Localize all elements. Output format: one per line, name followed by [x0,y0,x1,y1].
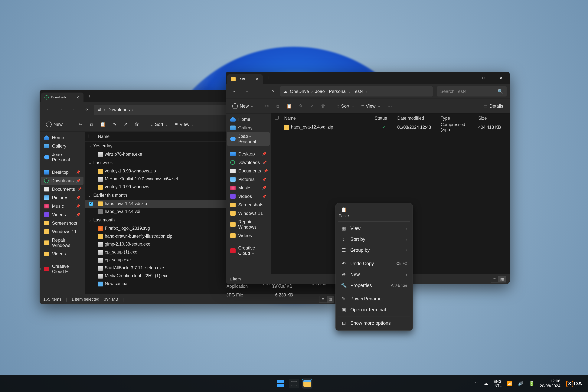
header-name[interactable]: Name [282,116,372,121]
ctx-view[interactable]: ▦View› [338,223,411,234]
breadcrumb-downloads[interactable]: Downloads [108,107,130,112]
breadcrumb-onedrive[interactable]: OneDrive [290,89,309,94]
sidebar-windows11[interactable]: Windows 11 [227,209,270,218]
new-button[interactable]: +New⌄ [229,102,256,111]
close-button[interactable]: ✕ [492,72,510,84]
ctx-show-more[interactable]: ⊡Show more options [338,318,411,328]
tab-close-button[interactable]: × [256,76,258,82]
sidebar-screenshots[interactable]: Screenshots [227,201,270,209]
delete-button[interactable]: 🗑 [318,102,328,111]
header-size[interactable]: Size [476,116,508,121]
ctx-group-by[interactable]: ☰Group by› [338,244,411,256]
sidebar-videos[interactable]: Videos📌 [41,210,84,219]
sidebar-gallery[interactable]: Gallery [227,124,270,132]
tray-battery-icon[interactable]: 🔋 [529,381,534,386]
tray-language[interactable]: ENGINTL [494,379,502,388]
up-button[interactable]: ↑ [68,104,80,115]
select-all-checkbox[interactable] [275,116,278,120]
details-pane-button[interactable]: ▭ Details [480,102,506,111]
tray-clock[interactable]: 12:0620/08/2024 [540,378,560,388]
back-button[interactable]: ← [42,104,54,115]
view-button[interactable]: ≡ View ⌄ [358,102,383,111]
header-date[interactable]: Date modified [395,116,438,121]
sort-button[interactable]: ↕ Sort ⌄ [148,120,171,129]
share-button[interactable]: ↗ [307,102,317,111]
sidebar-creative-cloud[interactable]: ›Creative Cloud F [41,262,84,276]
minimize-button[interactable]: — [458,72,475,84]
refresh-button[interactable]: ⟳ [81,104,92,115]
tray-volume-icon[interactable]: 🔊 [518,381,524,386]
ctx-undo-copy[interactable]: ↶Undo CopyCtrl+Z [338,258,411,269]
search-box[interactable]: Search Test4 🔍 [437,86,506,96]
sidebar-documents[interactable]: Documents📌 [41,185,84,193]
rename-button[interactable]: ✎ [110,120,120,129]
sidebar-home[interactable]: Home [227,115,270,124]
sidebar-documents[interactable]: Documents📌 [227,167,270,175]
copy-button[interactable]: ⧉ [273,102,282,111]
sidebar-pictures[interactable]: Pictures📌 [41,194,84,202]
cut-button[interactable]: ✂ [262,102,272,111]
sidebar-pictures[interactable]: Pictures📌 [227,175,270,184]
ctx-sort-by[interactable]: ↕Sort by› [338,234,411,244]
tab-close-button[interactable]: × [76,95,79,100]
sidebar-videos[interactable]: Videos📌 [227,192,270,200]
sidebar-gallery[interactable]: Gallery [41,142,84,150]
forward-button[interactable]: → [56,104,67,115]
back-button[interactable]: ← [229,86,240,97]
maximize-button[interactable]: ▢ [475,72,492,84]
sidebar-desktop[interactable]: Desktop📌 [227,150,270,158]
up-button[interactable]: ↑ [254,86,266,97]
tray-wifi-icon[interactable]: 📶 [507,381,512,386]
copy-button[interactable]: ⧉ [87,120,96,129]
forward-button[interactable]: → [242,86,253,97]
sidebar-videos-folder[interactable]: Videos [41,250,84,258]
taskview-button[interactable] [289,378,299,388]
file-explorer-taskbar[interactable] [302,378,312,388]
paste-button[interactable]: 📋 [283,102,295,111]
breadcrumb-test4[interactable]: Test4 [352,89,363,94]
address-bar[interactable]: ☁ OneDrive › João - Personal › Test4 › [280,86,433,96]
ctx-properties[interactable]: 🔧PropertiesAlt+Enter [338,280,411,291]
select-all-checkbox[interactable] [88,134,92,138]
paste-button[interactable]: 📋 [97,120,109,129]
view-details-button[interactable]: ▦ [327,296,334,303]
view-details-button[interactable]: ▦ [498,276,506,282]
tray-onedrive-icon[interactable]: ☁ [484,381,488,386]
new-button[interactable]: +New⌄ [43,120,70,129]
tab-test4[interactable]: Test4 × [227,74,263,84]
view-list-button[interactable]: ≡ [319,296,327,303]
rename-button[interactable]: ✎ [296,102,306,111]
sidebar-screenshots[interactable]: Screenshots [41,219,84,227]
delete-button[interactable]: 🗑 [132,120,142,129]
ctx-open-terminal[interactable]: ▣Open in Terminal [338,304,411,315]
sidebar-repair-windows[interactable]: Repair Windows [41,236,84,250]
share-button[interactable]: ↗ [121,120,130,129]
sidebar-onedrive-personal[interactable]: ›João - Personal [41,150,84,164]
sidebar-videos-folder[interactable]: Videos [227,232,270,240]
tray-chevron-icon[interactable]: ⌃ [474,381,478,386]
sidebar-downloads[interactable]: Downloads📌 [41,176,84,185]
ctx-powerrename[interactable]: ✎PowerRename [338,293,411,304]
cut-button[interactable]: ✂ [76,120,86,129]
header-type[interactable]: Type [438,116,476,121]
refresh-button[interactable]: ⟳ [267,86,278,97]
sidebar-home[interactable]: Home [41,134,84,142]
sidebar-desktop[interactable]: Desktop📌 [41,168,84,176]
new-tab-button[interactable]: + [88,93,92,99]
sidebar-downloads[interactable]: Downloads📌 [227,158,270,166]
sidebar-windows11[interactable]: Windows 11 [41,228,84,236]
sidebar-music[interactable]: Music📌 [227,184,270,192]
more-button[interactable]: ⋯ [384,102,395,111]
sidebar-onedrive-personal[interactable]: ›João - Personal [227,132,270,146]
sort-button[interactable]: ↕ Sort ⌄ [334,102,357,111]
view-list-button[interactable]: ≡ [491,276,498,282]
breadcrumb-personal[interactable]: João - Personal [315,89,346,94]
view-button[interactable]: ≡ View ⌄ [172,120,197,129]
ctx-new[interactable]: ⊕New› [338,269,411,280]
sidebar-creative-cloud[interactable]: ›Creative Cloud F [227,244,270,258]
file-row[interactable]: haos_ova-12.4.vdi.zip ✓ 01/08/2024 12:48… [271,123,510,131]
header-status[interactable]: Status [372,116,395,121]
new-tab-button[interactable]: + [267,75,271,81]
sidebar-music[interactable]: Music📌 [41,202,84,210]
tab-downloads[interactable]: Downloads × [41,92,84,102]
